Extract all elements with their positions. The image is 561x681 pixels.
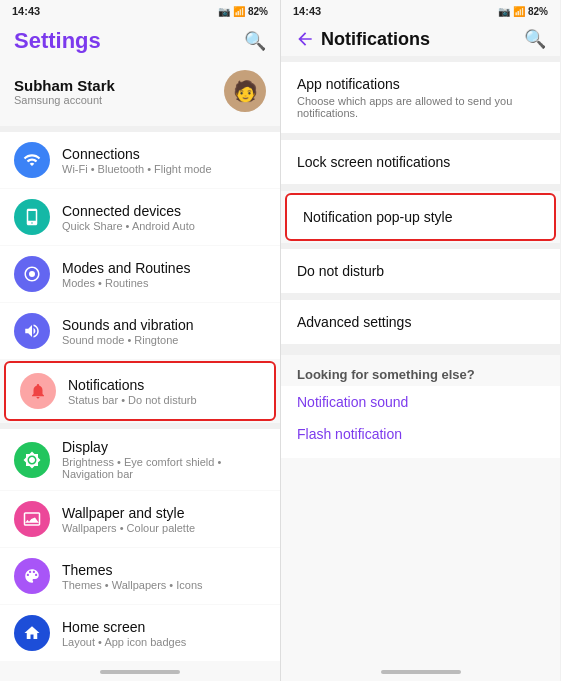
settings-item-modes-routines[interactable]: Modes and Routines Modes • Routines [0,246,280,302]
connected-devices-sub: Quick Share • Android Auto [62,220,195,232]
sounds-icon [14,313,50,349]
display-title: Display [62,439,266,455]
right-page-title: Notifications [321,29,430,50]
connected-devices-title: Connected devices [62,203,195,219]
right-home-indicator [381,670,461,674]
home-screen-title: Home screen [62,619,186,635]
notifications-text: Notifications Status bar • Do not distur… [68,377,197,406]
user-info: Subham Stark Samsung account [14,77,115,106]
right-status-icons: 📷 📶 82% [498,6,548,17]
connections-icon [14,142,50,178]
left-status-icons: 📷 📶 82% [218,6,268,17]
user-card[interactable]: Subham Stark Samsung account 🧑 [0,60,280,122]
left-time: 14:43 [12,5,40,17]
connected-devices-text: Connected devices Quick Share • Android … [62,203,195,232]
advanced-settings-title: Advanced settings [297,314,544,330]
notifications-icon [20,373,56,409]
connected-devices-icon [14,199,50,235]
themes-text: Themes Themes • Wallpapers • Icons [62,562,203,591]
connections-text: Connections Wi-Fi • Bluetooth • Flight m… [62,146,212,175]
settings-title: Settings [14,28,101,54]
section-divider [281,345,560,355]
settings-item-sounds[interactable]: Sounds and vibration Sound mode • Ringto… [0,303,280,359]
settings-item-display[interactable]: Display Brightness • Eye comfort shield … [0,429,280,490]
notif-item-popup-style[interactable]: Notification pop-up style [285,193,556,241]
right-top-bar: Notifications 🔍 [281,22,560,56]
connections-sub: Wi-Fi • Bluetooth • Flight mode [62,163,212,175]
settings-item-home-screen[interactable]: Home screen Layout • App icon badges [0,605,280,661]
home-screen-text: Home screen Layout • App icon badges [62,619,186,648]
display-icon [14,442,50,478]
settings-list: Connections Wi-Fi • Bluetooth • Flight m… [0,132,280,663]
display-sub: Brightness • Eye comfort shield • Naviga… [62,456,266,480]
settings-item-connected-devices[interactable]: Connected devices Quick Share • Android … [0,189,280,245]
left-bottom-bar [0,663,280,681]
left-search-icon[interactable]: 🔍 [244,30,266,52]
left-top-bar: Settings 🔍 [0,22,280,60]
looking-header: Looking for something else? [281,355,560,386]
notifications-list: App notifications Choose which apps are … [281,56,560,663]
sounds-text: Sounds and vibration Sound mode • Ringto… [62,317,194,346]
sounds-title: Sounds and vibration [62,317,194,333]
home-screen-icon [14,615,50,651]
settings-item-wallpaper[interactable]: Wallpaper and style Wallpapers • Colour … [0,491,280,547]
wallpaper-icon [14,501,50,537]
app-notifications-title: App notifications [297,76,544,92]
right-panel: 14:43 📷 📶 82% Notifications 🔍 App notifi… [280,0,560,681]
left-home-indicator [100,670,180,674]
notification-sound-link[interactable]: Notification sound [281,386,560,418]
wallpaper-title: Wallpaper and style [62,505,195,521]
themes-icon [14,558,50,594]
wallpaper-text: Wallpaper and style Wallpapers • Colour … [62,505,195,534]
home-screen-sub: Layout • App icon badges [62,636,186,648]
themes-title: Themes [62,562,203,578]
wallpaper-sub: Wallpapers • Colour palette [62,522,195,534]
left-status-bar: 14:43 📷 📶 82% [0,0,280,22]
notif-item-app-notifications[interactable]: App notifications Choose which apps are … [281,62,560,134]
right-search-icon[interactable]: 🔍 [524,28,546,50]
settings-item-connections[interactable]: Connections Wi-Fi • Bluetooth • Flight m… [0,132,280,188]
lock-screen-title: Lock screen notifications [297,154,544,170]
flash-notification-link[interactable]: Flash notification [281,418,560,450]
popup-style-title: Notification pop-up style [303,209,538,225]
app-notifications-sub: Choose which apps are allowed to send yo… [297,95,544,119]
modes-routines-sub: Modes • Routines [62,277,190,289]
settings-item-notifications[interactable]: Notifications Status bar • Do not distur… [4,361,276,421]
modes-routines-title: Modes and Routines [62,260,190,276]
user-name: Subham Stark [14,77,115,94]
right-status-bar: 14:43 📷 📶 82% [281,0,560,22]
connections-title: Connections [62,146,212,162]
back-button[interactable]: Notifications [295,29,430,50]
notif-item-advanced-settings[interactable]: Advanced settings [281,300,560,345]
left-panel: 14:43 📷 📶 82% Settings 🔍 Subham Stark Sa… [0,0,280,681]
right-time: 14:43 [293,5,321,17]
notifications-sub: Status bar • Do not disturb [68,394,197,406]
notif-item-do-not-disturb[interactable]: Do not disturb [281,249,560,294]
display-text: Display Brightness • Eye comfort shield … [62,439,266,480]
svg-point-0 [29,271,35,277]
notifications-title: Notifications [68,377,197,393]
user-sub: Samsung account [14,94,115,106]
sounds-sub: Sound mode • Ringtone [62,334,194,346]
avatar: 🧑 [224,70,266,112]
settings-item-themes[interactable]: Themes Themes • Wallpapers • Icons [0,548,280,604]
looking-section: Looking for something else? Notification… [281,355,560,458]
modes-routines-icon [14,256,50,292]
mid-divider-2 [281,185,560,191]
modes-routines-text: Modes and Routines Modes • Routines [62,260,190,289]
right-bottom-bar [281,663,560,681]
do-not-disturb-title: Do not disturb [297,263,544,279]
themes-sub: Themes • Wallpapers • Icons [62,579,203,591]
notif-item-lock-screen[interactable]: Lock screen notifications [281,140,560,185]
